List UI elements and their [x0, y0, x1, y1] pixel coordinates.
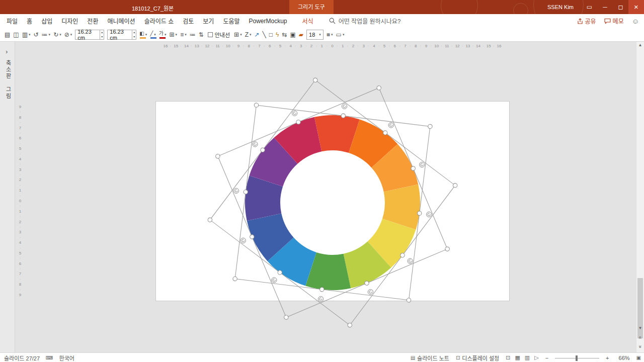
zoom-in-button[interactable]: +: [606, 355, 609, 361]
next-slide-button[interactable]: »: [637, 343, 643, 350]
expand-pane-chevron-icon[interactable]: ›: [6, 48, 8, 55]
selection-handle[interactable]: [347, 322, 353, 328]
brush-button[interactable]: ▰: [298, 29, 304, 41]
normal-view-button[interactable]: ⊡: [506, 354, 510, 361]
comments-button[interactable]: 메모: [604, 17, 624, 25]
eyedropper-button[interactable]: ╲: [262, 29, 267, 41]
ink-pen-button[interactable]: Z▾: [244, 29, 253, 41]
slide-number-indicator[interactable]: 슬라이드 27/27: [4, 354, 40, 362]
spin-up-icon[interactable]: ▴: [100, 30, 104, 35]
shape-style-button[interactable]: ■▾: [326, 29, 334, 41]
guides-checkbox[interactable]: 안내선: [208, 31, 230, 39]
scroll-up-icon[interactable]: ▲: [636, 43, 644, 47]
picture-button[interactable]: ▣: [289, 29, 297, 41]
share-button[interactable]: 공유: [577, 17, 596, 25]
dropdown-caret-icon[interactable]: ▾: [176, 33, 178, 37]
scroll-down-icon[interactable]: ▼: [636, 326, 644, 330]
menu-tab[interactable]: PowerMockup: [245, 18, 292, 25]
minimize-button[interactable]: ─: [597, 0, 613, 14]
reset-button[interactable]: ↺: [33, 29, 40, 41]
horizontal-ruler[interactable]: 16·15·14·13·12·11·10·9·8·7·6·5·4·3·2·1·0…: [156, 43, 509, 50]
shape-width-spinner[interactable]: 16.23 cm▴▾: [107, 30, 136, 40]
dropdown-caret-icon[interactable]: ▾: [250, 33, 252, 37]
dropdown-caret-icon[interactable]: ▾: [185, 33, 187, 37]
menu-tab[interactable]: 삽입: [37, 17, 57, 25]
font-color-button[interactable]: 가▾: [158, 29, 168, 41]
menu-tab[interactable]: 디자인: [57, 17, 83, 25]
spin-down-icon[interactable]: ▾: [100, 35, 104, 39]
spin-up-icon[interactable]: ▴: [132, 30, 136, 35]
ribbon-display-options-icon[interactable]: ▭: [582, 0, 597, 14]
thumbnails-pane-collapsed[interactable]: › 축소판 그림: [0, 42, 15, 352]
menu-tab[interactable]: 검토: [178, 17, 198, 25]
menu-tab[interactable]: 파일: [2, 17, 22, 25]
grid-button[interactable]: ⊞▾: [233, 29, 243, 41]
menu-tab[interactable]: 도움말: [218, 17, 244, 25]
menu-tab[interactable]: 슬라이드 쇼: [140, 17, 179, 25]
align-button[interactable]: ≡▾: [179, 29, 188, 41]
menu-tab[interactable]: 홈: [22, 17, 37, 25]
dropdown-caret-icon[interactable]: ▾: [240, 33, 242, 37]
close-button[interactable]: ×: [628, 0, 644, 14]
dropdown-caret-icon[interactable]: ▾: [165, 33, 167, 37]
layout-button[interactable]: ▥▾: [21, 29, 32, 41]
dropdown-caret-icon[interactable]: ▾: [154, 33, 156, 37]
tell-me-search[interactable]: 어떤 작업을 원하시나요?: [329, 17, 401, 25]
bullets-button[interactable]: ≔: [189, 29, 197, 41]
zoom-out-button[interactable]: −: [545, 355, 548, 361]
shape-outline-button[interactable]: ╱▾: [149, 29, 157, 41]
rectangle-button[interactable]: □: [268, 29, 274, 41]
zoom-slider[interactable]: [555, 355, 599, 361]
feedback-smiley-button[interactable]: ☺: [632, 17, 639, 25]
menu-tab[interactable]: 보기: [198, 17, 218, 25]
slideshow-view-button[interactable]: ▷: [534, 354, 538, 361]
shape-ellipse-button[interactable]: ⊘▾: [63, 29, 73, 41]
font-size-combo[interactable]: 18▾: [306, 30, 324, 40]
dropdown-caret-icon[interactable]: ▾: [331, 33, 333, 37]
slide-sorter-view-button[interactable]: ▦: [515, 354, 520, 361]
selection-handle[interactable]: [376, 85, 382, 90]
previous-slide-button[interactable]: «: [637, 334, 643, 341]
dropdown-caret-icon[interactable]: ▾: [145, 33, 147, 37]
sort-button[interactable]: ⇅: [198, 29, 205, 41]
vertical-scrollbar[interactable]: ▲ ▼ « »: [636, 42, 644, 352]
dropdown-caret-icon[interactable]: ▾: [59, 33, 61, 37]
selection-handle[interactable]: [312, 77, 318, 83]
zoom-slider-thumb[interactable]: [576, 355, 578, 361]
spin-down-icon[interactable]: ▾: [132, 35, 136, 39]
dropdown-caret-icon[interactable]: ▾: [49, 33, 51, 37]
paste-button[interactable]: ▤: [4, 29, 11, 41]
dropdown-caret-icon[interactable]: ▾: [70, 33, 72, 37]
lightning-button[interactable]: ϟ: [275, 29, 280, 41]
section-button[interactable]: ≔▾: [41, 29, 52, 41]
maximize-button[interactable]: ◻: [613, 0, 628, 14]
char-border-button[interactable]: ▭▾: [335, 29, 346, 41]
vertical-ruler[interactable]: 9·8·7·6·5·4·3·2·1·0·1·2·3·4·5·6·7·8·9: [16, 102, 24, 301]
shape-height-spinner[interactable]: 16.23 cm▴▾: [75, 30, 104, 40]
notes-toggle-button[interactable]: ▤ 슬라이드 노트: [411, 354, 449, 362]
new-slide-button[interactable]: ◫: [12, 29, 20, 41]
distribute-button[interactable]: ⇆: [281, 29, 288, 41]
language-indicator[interactable]: 한국어: [59, 354, 74, 362]
menu-tab[interactable]: 전환: [83, 17, 103, 25]
menu-tab-format[interactable]: 서식: [298, 17, 318, 25]
font-size-value: 18: [309, 32, 318, 38]
display-settings-button[interactable]: ⊡ 디스플레이 설정: [456, 354, 499, 362]
draw-table-button[interactable]: ⊞▾: [169, 29, 179, 41]
reading-view-button[interactable]: ▥: [525, 354, 530, 361]
connector-button[interactable]: ↗: [254, 29, 261, 41]
shape-fill-button[interactable]: ◧▾: [138, 29, 148, 41]
dropdown-caret-icon[interactable]: ▾: [29, 33, 31, 37]
zoom-percentage[interactable]: 66%: [616, 355, 630, 361]
menu-tab[interactable]: 애니메이션: [103, 17, 139, 25]
dropdown-caret-icon[interactable]: ▾: [343, 33, 345, 37]
spell-check-icon[interactable]: ⌨: [46, 355, 53, 360]
dropdown-caret-icon[interactable]: ▾: [319, 33, 321, 37]
user-account[interactable]: SSEN Kim: [547, 4, 574, 10]
rotate-button[interactable]: ↻▾: [52, 29, 62, 41]
contextual-tab-drawing-tools[interactable]: 그리기 도구: [289, 0, 334, 14]
slide[interactable]: [156, 102, 509, 301]
selection-handle[interactable]: [283, 315, 289, 320]
checkbox-icon[interactable]: [208, 32, 213, 37]
fit-to-window-icon[interactable]: ▣: [636, 355, 641, 360]
